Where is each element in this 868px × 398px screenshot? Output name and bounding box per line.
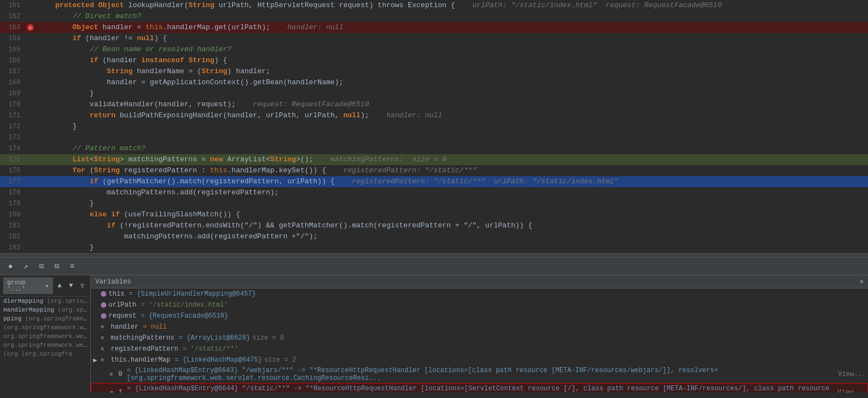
toolbar-btn-copy[interactable]: ⊡ (35, 260, 47, 272)
var-name-5: registeredPattern (111, 345, 178, 353)
left-item-handler-mapping-6[interactable]: org.springframework.web.ser (0, 341, 90, 350)
var-meta-4: size = 0 (252, 334, 284, 342)
line-content-163: Object handler = this.handlerMap.get(url… (36, 22, 868, 33)
code-line-181: 181 if (!registeredPattern.endsWith("/")… (0, 220, 868, 231)
line-gutter-163 (25, 24, 36, 31)
var-value-6: = {LinkedHashMap@6475} (175, 356, 262, 364)
toolbar-btn-circle[interactable]: ● (4, 260, 17, 272)
variables-content: this = {SimpleUrlHandlerMapping@6457} ur… (91, 288, 868, 392)
line-content-178: matchingPatterns.add(registeredPattern); (36, 187, 868, 198)
var-icon-1 (101, 302, 106, 308)
eq-icon-6: ≡ (101, 357, 109, 363)
code-line-177: 177 if (getPathMatcher().match(registere… (0, 176, 868, 187)
variables-panel: group '...' ▾ ▲ ▼ ▽ dlerMapping (org.spr… (0, 275, 868, 394)
code-editor: 161 protected Object lookupHandler(Strin… (0, 0, 868, 253)
var-name-2: request (109, 312, 136, 320)
code-line-172: 172 } (0, 121, 868, 132)
line-content-177: if (getPathMatcher().match(registeredPat… (36, 176, 868, 187)
code-line-183: 183 } (0, 242, 868, 253)
code-line-170: 170 validateHandler(handler, request); r… (0, 99, 868, 110)
var-name-8: 1 (118, 389, 122, 392)
line-content-170: validateHandler(handler, request); reque… (36, 99, 868, 110)
var-value-0: = {SimpleUrlHandlerMapping@6457} (129, 290, 256, 298)
toolbar-btn-remove[interactable]: ⊟ (51, 260, 63, 272)
line-number-177: 177 (0, 178, 25, 186)
var-icon-2 (101, 313, 106, 319)
line-content-168: handler = getApplicationContext().getBea… (36, 77, 868, 88)
line-content-166: if (handler instanceof String) { (36, 55, 868, 66)
line-content-176: for (String registeredPattern : this.han… (36, 165, 868, 176)
code-line-174: 174 // Pattern match? (0, 143, 868, 154)
code-line-176: 176 for (String registeredPattern : this… (0, 165, 868, 176)
line-content-169: } (36, 88, 868, 99)
close-icon[interactable]: ✕ (860, 277, 864, 286)
code-line-163: 163 Object handler = this.handlerMap.get… (0, 22, 868, 33)
line-content-162: // Direct match? (36, 11, 868, 22)
var-name-6: this.handlerMap (111, 356, 170, 364)
code-line-180: 180 else if (useTrailingSlashMatch()) { (0, 209, 868, 220)
line-number-165: 165 (0, 46, 25, 53)
var-value-8: = {LinkedHashMap$Entry@6644} "/static/**… (127, 385, 835, 392)
var-row-3[interactable]: ≡handler = null (91, 321, 868, 332)
filter-btn[interactable]: ▽ (78, 281, 87, 291)
var-icon-0 (101, 291, 106, 297)
var-meta-8: View... (838, 389, 865, 392)
var-row-5[interactable]: ≡registeredPattern = '/static/**' (91, 344, 868, 355)
toolbar-btn-arrow[interactable]: ↗ (20, 260, 32, 272)
var-meta-7: View... (838, 370, 866, 378)
code-line-161: 161 protected Object lookupHandler(Strin… (0, 0, 868, 11)
line-number-169: 169 (0, 90, 25, 97)
left-item-handler-mapping-4[interactable]: (org.springframework.web.se (0, 323, 90, 332)
down-btn[interactable]: ▼ (66, 281, 76, 291)
chevron-down-icon: ▾ (45, 282, 49, 290)
line-content-172: } (36, 121, 868, 132)
line-number-166: 166 (0, 57, 25, 64)
var-value-2: = {RequestFacade@6510} (141, 312, 228, 320)
line-number-172: 172 (0, 123, 25, 130)
line-number-182: 182 (0, 233, 25, 241)
group-dropdown[interactable]: group '...' ▾ (3, 277, 53, 294)
line-number-173: 173 (0, 134, 25, 141)
left-item-handler-mapping-1[interactable]: dlerMapping (org.springfra (0, 297, 90, 306)
line-content-175: List<String> matchingPatterns = new Arra… (36, 154, 868, 165)
line-number-168: 168 (0, 79, 25, 86)
variables-header: Variables ✕ (91, 275, 868, 288)
line-number-180: 180 (0, 211, 25, 219)
left-item-handler-mapping-3[interactable]: pping (org.springframework (0, 314, 90, 323)
eq-icon-7: ≡ (110, 372, 116, 378)
var-value-3: = null (143, 323, 166, 331)
up-btn[interactable]: ▲ (55, 281, 64, 291)
code-line-165: 165 // Bean name or resolved handler? (0, 44, 868, 55)
var-value-4: = {ArrayList@6628} (179, 334, 250, 342)
toolbar-btn-menu[interactable]: ≡ (66, 260, 78, 272)
var-row-8[interactable]: ≡1 = {LinkedHashMap$Entry@6644} "/static… (91, 383, 868, 392)
var-value-1: = '/static/index.html' (141, 301, 228, 309)
right-panel: Variables ✕ this = {SimpleUrlHandlerMapp… (91, 275, 868, 394)
code-line-173: 173 (0, 132, 868, 143)
var-row-2[interactable]: request = {RequestFacade@6510} (91, 310, 868, 321)
line-number-178: 178 (0, 189, 25, 197)
line-content-161: protected Object lookupHandler(String ur… (36, 0, 868, 11)
left-panel: group '...' ▾ ▲ ▼ ▽ dlerMapping (org.spr… (0, 275, 91, 394)
line-number-175: 175 (0, 156, 25, 163)
line-number-181: 181 (0, 222, 25, 230)
left-controls: group '...' ▾ ▲ ▼ ▽ (0, 275, 90, 297)
left-item-handler-mapping-2[interactable]: HandlerMapping (org.spring (0, 306, 90, 314)
var-name-3: handler (111, 323, 138, 331)
code-line-178: 178 matchingPatterns.add(registeredPatte… (0, 187, 868, 198)
eq-icon-4: ≡ (101, 335, 109, 341)
var-row-4[interactable]: ≡matchingPatterns = {ArrayList@6628}size… (91, 332, 868, 344)
line-content-164: if (handler != null) { (36, 33, 868, 44)
left-item-handler-mapping-5[interactable]: org.springframework.web.se (0, 332, 90, 341)
left-item-handler-mapping-7[interactable]: (org (org.springfra (0, 350, 90, 358)
var-meta-6: size = 2 (264, 356, 296, 364)
line-number-170: 170 (0, 101, 25, 108)
line-content-182: matchingPatterns.add(registeredPattern +… (36, 231, 868, 242)
var-row-0[interactable]: this = {SimpleUrlHandlerMapping@6457} (91, 288, 868, 299)
var-row-6[interactable]: ▶≡this.handlerMap = {LinkedHashMap@6475}… (91, 355, 868, 366)
expand-icon-6: ▶ (93, 356, 100, 364)
code-line-175: 175 List<String> matchingPatterns = new … (0, 154, 868, 165)
line-content-183: } (36, 242, 868, 253)
var-row-1[interactable]: urlPath = '/static/index.html' (91, 299, 868, 310)
var-row-7[interactable]: ≡0 = {LinkedHashMap$Entry@6643} "/webjar… (91, 366, 868, 383)
